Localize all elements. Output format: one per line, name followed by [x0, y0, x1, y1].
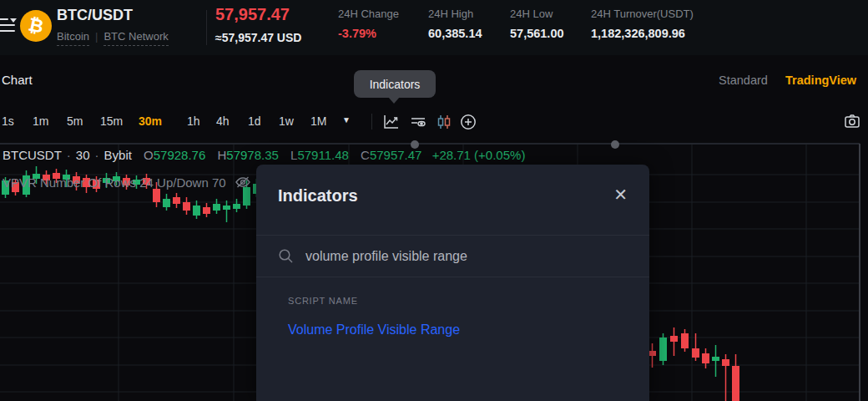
tab-chart[interactable]: Chart	[2, 73, 33, 87]
top-header: ₿ BTC/USDT Bitcoin|BTC Network 57,957.47…	[0, 0, 868, 55]
header-divider	[206, 10, 207, 45]
stat-label: 24H Low	[510, 8, 564, 20]
indicators-list-eye-icon[interactable]	[409, 113, 427, 131]
pair-subtitle: Bitcoin|BTC Network	[57, 30, 169, 43]
timeframe-30m-active[interactable]: 30m	[139, 114, 162, 128]
stat-24h-low: 24H Low 57,561.00	[510, 8, 564, 40]
camera-icon[interactable]	[843, 112, 861, 130]
legend-high-value: 57978.35	[226, 148, 279, 162]
tab-standard[interactable]: Standard	[719, 74, 768, 87]
indicator-result-link[interactable]: Volume Profile Visible Range	[288, 322, 460, 338]
modal-title: Indicators	[278, 186, 358, 206]
legend-open-label: O	[144, 148, 154, 162]
chart-legend[interactable]: BTCUSDT·30·Bybit O57928.76 H57978.35 L57…	[3, 148, 525, 162]
tab-tradingview[interactable]: TradingView	[785, 74, 856, 87]
timeframe-1M[interactable]: 1M	[310, 114, 326, 128]
eye-off-icon[interactable]	[235, 175, 251, 190]
stat-label: 24H High	[428, 8, 482, 20]
search-icon	[278, 248, 294, 264]
chart-pane[interactable]: BTCUSDT·30·Bybit O57928.76 H57978.35 L57…	[0, 139, 868, 401]
legend-exchange: Bybit	[104, 148, 132, 162]
price-usd-equivalent: ≈57,957.47 USD	[215, 31, 301, 44]
legend-high-label: H	[217, 148, 226, 162]
timeframe-5m[interactable]: 5m	[67, 114, 83, 128]
toolbar-divider	[371, 114, 372, 129]
coin-name-link[interactable]: Bitcoin	[57, 30, 89, 46]
stat-label: 24H Change	[338, 8, 399, 20]
timeframe-4h[interactable]: 4h	[216, 114, 230, 128]
stat-value: 60,385.14	[428, 27, 482, 40]
timeframe-15m[interactable]: 15m	[100, 114, 123, 128]
indicators-tooltip: Indicators	[354, 70, 436, 98]
stat-24h-change: 24H Change -3.79%	[338, 8, 399, 40]
plus-circle-icon[interactable]	[459, 113, 477, 131]
indicator-search-input[interactable]	[305, 249, 649, 264]
modal-divider	[256, 277, 649, 277]
candles-compare-icon[interactable]	[435, 113, 453, 131]
close-icon[interactable]: ✕	[613, 185, 628, 205]
script-name-section-label: SCRIPT NAME	[288, 296, 358, 306]
bitcoin-logo-icon: ₿	[20, 10, 52, 42]
stat-label: 24H Turnover(USDT)	[591, 8, 694, 20]
pair-menu-icon[interactable]	[0, 17, 17, 33]
network-link[interactable]: BTC Network	[103, 30, 168, 46]
legend-low-value: 57911.48	[297, 148, 348, 162]
legend-dot: ·	[67, 148, 71, 162]
timeframe-1m[interactable]: 1m	[33, 114, 48, 128]
timeframe-1s[interactable]: 1s	[2, 114, 14, 128]
legend-symbol: BTCUSDT	[3, 148, 62, 162]
last-price: 57,957.47	[215, 5, 290, 24]
legend-interval: 30	[76, 148, 90, 162]
tooltip-label: Indicators	[370, 78, 421, 91]
stat-value: 57,561.00	[510, 27, 564, 40]
stat-value: 1,182,326,809.96	[591, 27, 694, 40]
legend-dot: ·	[95, 148, 99, 162]
legend-close-value: 57957.47	[370, 148, 422, 162]
timeframe-1d[interactable]: 1d	[248, 114, 261, 128]
pair-title: BTC/USDT	[57, 7, 133, 24]
indicator-search-row[interactable]	[256, 236, 649, 277]
indicators-modal: Indicators ✕ SCRIPT NAME Volume Profile …	[256, 165, 649, 401]
subtitle-separator: |	[95, 30, 98, 43]
chart-style-icon[interactable]	[382, 113, 401, 131]
timeframe-dropdown-icon[interactable]: ▼	[342, 115, 351, 124]
indicator-legend-text: VPVR Number Of Rows 24 Up/Down 70	[3, 175, 226, 190]
stat-24h-high: 24H High 60,385.14	[428, 8, 482, 40]
stat-24h-turnover: 24H Turnover(USDT) 1,182,326,809.96	[591, 8, 694, 40]
timeframe-1h[interactable]: 1h	[187, 114, 200, 128]
legend-open-value: 57928.76	[154, 148, 206, 162]
legend-change: +28.71 (+0.05%)	[432, 148, 526, 162]
bitcoin-glyph: ₿	[27, 13, 46, 38]
stat-value: -3.79%	[338, 27, 399, 40]
legend-close-label: C	[361, 148, 370, 162]
indicator-legend-row[interactable]: VPVR Number Of Rows 24 Up/Down 70	[3, 175, 251, 190]
timeframe-1w[interactable]: 1w	[279, 114, 294, 128]
